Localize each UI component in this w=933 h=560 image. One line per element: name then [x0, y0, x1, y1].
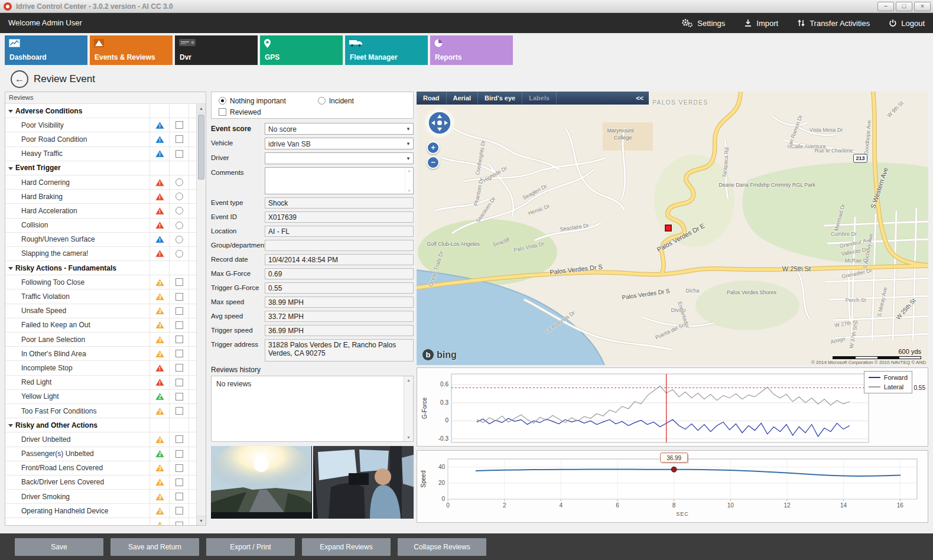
review-item-checkbox[interactable]: [175, 493, 183, 500]
logout-button[interactable]: Logout: [889, 19, 925, 28]
review-item-checkbox[interactable]: [175, 522, 183, 525]
tab-fleet-manager[interactable]: Fleet Manager: [345, 35, 428, 65]
review-item-checkbox[interactable]: [175, 364, 183, 372]
scroll-up-icon[interactable]: ▲: [197, 104, 206, 113]
tab-dvr[interactable]: Dvr: [175, 35, 258, 65]
review-item-checkbox[interactable]: [175, 307, 183, 315]
review-item-checkbox[interactable]: [175, 478, 183, 486]
speed-plot: 02468101214160204036.99SECSpeed: [417, 451, 928, 522]
svg-text:36.99: 36.99: [667, 455, 681, 461]
nothing-important-radio[interactable]: [219, 97, 226, 105]
severity-red-triangle-icon: !: [155, 178, 165, 187]
svg-text:!: !: [159, 180, 161, 186]
review-item-radio[interactable]: [175, 207, 183, 214]
svg-text:3: 3: [158, 494, 161, 500]
map-label: Seaglen Dr: [522, 183, 548, 201]
review-item-checkbox[interactable]: [175, 507, 183, 515]
review-item-checkbox[interactable]: [175, 393, 183, 401]
map-view-road[interactable]: Road: [417, 92, 447, 105]
map-toolbar-collapse-button[interactable]: <<: [630, 95, 649, 102]
video-thumbnail-cabin[interactable]: [313, 446, 414, 519]
review-item-checkbox[interactable]: [175, 464, 183, 472]
expand-reviews-button[interactable]: Expand Reviews: [302, 538, 391, 556]
module-tabs: DashboardEvents & ReviewsDvrGPSFleet Man…: [5, 35, 513, 65]
driver-select[interactable]: ▼: [265, 152, 414, 164]
review-item-checkbox[interactable]: [175, 336, 183, 343]
map-view-aerial[interactable]: Aerial: [447, 92, 479, 105]
transfer-activities-button[interactable]: Transfer Activities: [797, 19, 870, 28]
reviews-history-scrollbar[interactable]: ▲▼: [404, 376, 413, 441]
review-item-checkbox[interactable]: [175, 135, 183, 143]
review-group-event-trigger[interactable]: Event Trigger: [5, 161, 196, 175]
event-score-select[interactable]: No score▼: [265, 123, 414, 135]
review-group-risky-and-other-actions[interactable]: Risky and Other Actions: [5, 418, 196, 432]
reviews-history-box: No reviews ▲▼: [211, 376, 414, 442]
review-item-checkbox[interactable]: [175, 350, 183, 357]
zoom-in-button[interactable]: +: [427, 141, 440, 154]
zoom-out-button[interactable]: −: [427, 156, 440, 169]
close-button[interactable]: ×: [914, 2, 931, 11]
review-item-label: Front/Road Lens Covered: [5, 464, 149, 472]
review-item-radio[interactable]: [175, 193, 183, 200]
svg-text:0: 0: [441, 496, 445, 502]
review-item-checkbox[interactable]: [175, 450, 183, 458]
reviewed-checkbox[interactable]: [219, 108, 226, 116]
map-label: Grenadier Dr: [841, 268, 873, 280]
svg-text:3: 3: [158, 509, 161, 515]
review-group-risky-actions-fundamentals[interactable]: Risky Actions - Fundamentals: [5, 261, 196, 275]
vehicle-select[interactable]: idrive Van SB▼: [265, 138, 414, 149]
tab-reports[interactable]: Reports: [430, 35, 513, 65]
review-item-checkbox[interactable]: [175, 407, 183, 415]
reviews-scrollbar[interactable]: ▲ ▼: [196, 104, 206, 525]
max-speed-value: 38.99 MPH: [265, 297, 414, 308]
map-compass-control[interactable]: [424, 108, 455, 140]
max-g-force-label: Max G-Force: [211, 268, 265, 279]
export-print-button[interactable]: Export / Print: [206, 538, 295, 556]
save-button[interactable]: Save: [15, 538, 103, 556]
transfer-icon: [797, 19, 805, 27]
save-and-return-button[interactable]: Save and Return: [110, 538, 199, 556]
map-view-labels[interactable]: Labels: [522, 92, 557, 105]
severity-orange-triangle-icon: 3: [155, 478, 165, 486]
review-item-row: Traffic Violation3: [5, 289, 196, 304]
textarea-scrollbar[interactable]: ▲▼: [405, 168, 413, 194]
review-item-radio[interactable]: [175, 222, 183, 229]
review-item-checkbox[interactable]: [175, 278, 183, 286]
review-item-checkbox[interactable]: [175, 321, 183, 329]
tab-gps[interactable]: GPS: [260, 35, 343, 65]
review-item-checkbox[interactable]: [175, 150, 183, 158]
review-item-radio[interactable]: [175, 250, 183, 258]
review-item-radio[interactable]: [175, 236, 183, 243]
settings-button[interactable]: Settings: [681, 18, 725, 28]
review-item-label: Passenger(s) Unbelted: [5, 450, 149, 458]
scroll-thumb[interactable]: [198, 115, 204, 180]
severity-orange-triangle-icon: 3: [155, 507, 165, 515]
review-item-row: Passenger(s) Unbelted2: [5, 447, 196, 461]
review-item-checkbox[interactable]: [175, 379, 183, 386]
tab-events-reviews[interactable]: Events & Reviews: [90, 35, 173, 65]
event-location-marker[interactable]: [665, 224, 672, 232]
back-button[interactable]: ←: [11, 70, 28, 88]
minimize-button[interactable]: −: [877, 2, 894, 11]
severity-orange-triangle-icon: 3: [155, 336, 165, 344]
review-item-checkbox[interactable]: [175, 293, 183, 301]
review-group-adverse-conditions[interactable]: Adverse Conditions: [5, 104, 196, 118]
review-item-row: Yellow Light2: [5, 390, 196, 404]
review-item-radio[interactable]: [175, 178, 183, 186]
import-button[interactable]: Import: [744, 19, 778, 28]
scroll-down-icon[interactable]: ▼: [197, 516, 206, 525]
import-icon: [744, 19, 752, 27]
incident-radio[interactable]: [318, 97, 326, 105]
collapse-reviews-button[interactable]: Collapse Reviews: [398, 538, 486, 556]
comments-textarea[interactable]: ▲▼: [265, 167, 414, 194]
trigger-address-value: 31828 Palos Verdes Dr E, Rancho Palos Ve…: [265, 339, 414, 362]
review-item-checkbox[interactable]: [175, 435, 183, 443]
map-view-bird-s-eye[interactable]: Bird's eye: [478, 92, 522, 105]
map[interactable]: EAST RANCHO PALOS VERDESMarymountCollege…: [417, 92, 928, 365]
maximize-button[interactable]: □: [896, 2, 912, 11]
tab-dashboard[interactable]: Dashboard: [5, 35, 87, 65]
speed-chart: 02468101214160204036.99SECSpeed: [417, 450, 928, 523]
video-thumbnail-front[interactable]: [211, 446, 312, 519]
review-item-checkbox[interactable]: [175, 121, 183, 129]
review-group-label: Adverse Conditions: [5, 107, 149, 115]
